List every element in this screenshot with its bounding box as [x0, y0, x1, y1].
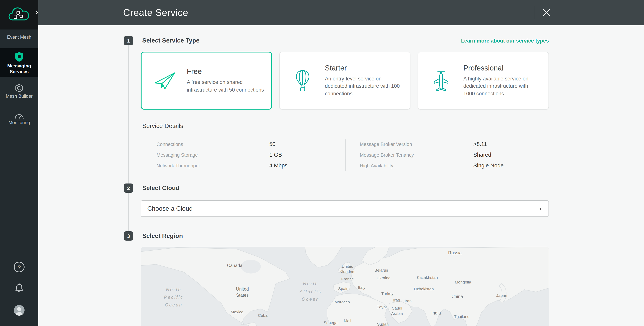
solace-cloud-logo-icon	[8, 6, 30, 23]
sidebar-item-label: Monitoring	[0, 120, 38, 126]
step-2-title: Select Cloud	[142, 185, 180, 191]
detail-value: 4 Mbps	[269, 163, 288, 168]
avatar	[14, 305, 25, 316]
card-description: An entry-level service on dedicated infr…	[325, 75, 402, 97]
sidebar-item-monitoring[interactable]: Monitoring	[0, 110, 38, 133]
service-type-card-free[interactable]: Free A free service on shared infrastruc…	[141, 52, 272, 110]
card-title: Starter	[325, 64, 402, 72]
app-logo[interactable]	[0, 0, 38, 29]
airplane-icon	[429, 70, 453, 92]
step-1-title: Select Service Type	[142, 37, 200, 44]
step-2-badge: 2	[124, 183, 133, 193]
card-text: Professional A highly available service …	[463, 64, 541, 97]
learn-more-link[interactable]: Learn more about our service types	[461, 38, 549, 44]
detail-value: Single Node	[473, 163, 504, 168]
dialog-header: Create Service	[38, 0, 644, 25]
step-1-badge: 1	[124, 36, 133, 45]
detail-label: Message Broker Version	[360, 142, 412, 147]
detail-label: Network Throughput	[156, 163, 200, 168]
sidebar-item-label: Event Mesh	[5, 34, 34, 40]
detail-label: Message Broker Tenancy	[360, 153, 414, 158]
help-button[interactable]: ?	[14, 262, 24, 272]
question-mark-icon: ?	[14, 262, 24, 272]
world-map-shapes	[141, 247, 549, 326]
create-service-page: Event Mesh Messaging Services Mesh Build…	[0, 0, 644, 326]
card-description: A free service on shared infrastructure …	[187, 79, 264, 94]
service-type-card-professional[interactable]: Professional A highly available service …	[418, 52, 549, 110]
sidebar-item-messaging-services[interactable]: Messaging Services	[0, 48, 38, 77]
detail-value: >8.11	[473, 141, 487, 147]
details-divider	[345, 140, 346, 171]
sidebar-expand-chevron[interactable]: ›	[33, 7, 40, 17]
sidebar: Event Mesh Messaging Services Mesh Build…	[0, 0, 38, 326]
chevron-down-icon: ▼	[538, 206, 542, 211]
card-description: A highly available service on dedicated …	[463, 75, 541, 97]
notifications-button[interactable]	[15, 283, 24, 293]
step-timeline-line	[128, 45, 129, 231]
page-title: Create Service	[123, 7, 188, 18]
shield-icon	[0, 52, 38, 62]
service-details-title: Service Details	[142, 123, 183, 130]
cloud-select[interactable]: Choose a Cloud ▼	[141, 200, 549, 217]
header-divider	[535, 6, 535, 19]
service-type-card-starter[interactable]: Starter An entry-level service on dedica…	[279, 52, 410, 110]
sidebar-item-label: Mesh Builder	[0, 93, 38, 99]
detail-value: 50	[269, 141, 276, 147]
sidebar-item-mesh-builder[interactable]: Mesh Builder	[0, 81, 38, 105]
step-3-badge: 3	[124, 231, 133, 241]
detail-label: Messaging Storage	[156, 153, 198, 158]
card-title: Free	[187, 68, 264, 76]
card-text: Free A free service on shared infrastruc…	[187, 68, 264, 94]
close-button[interactable]	[540, 6, 554, 19]
detail-label: High Availability	[360, 163, 393, 168]
close-icon	[543, 9, 550, 16]
detail-value: Shared	[473, 152, 491, 158]
card-text: Starter An entry-level service on dedica…	[325, 64, 402, 97]
create-service-form: 1 Select Service Type Learn more about o…	[38, 25, 644, 326]
detail-label: Connections	[156, 142, 183, 147]
gauge-icon	[0, 113, 38, 119]
account-button[interactable]	[14, 305, 25, 316]
paper-plane-icon	[152, 71, 177, 91]
sidebar-item-label: Messaging Services	[1, 63, 38, 75]
step-3-title: Select Region	[142, 233, 183, 239]
sidebar-item-event-mesh[interactable]: Event Mesh	[0, 32, 38, 42]
card-title: Professional	[463, 64, 541, 72]
hexagon-icon	[0, 84, 38, 93]
cloud-select-value: Choose a Cloud	[147, 205, 193, 212]
bell-icon	[15, 283, 24, 293]
detail-value: 1 GB	[269, 152, 282, 158]
region-map[interactable]: North Pacific OceanNorth Atlantic OceanR…	[141, 247, 549, 326]
hot-air-balloon-icon	[290, 70, 315, 92]
